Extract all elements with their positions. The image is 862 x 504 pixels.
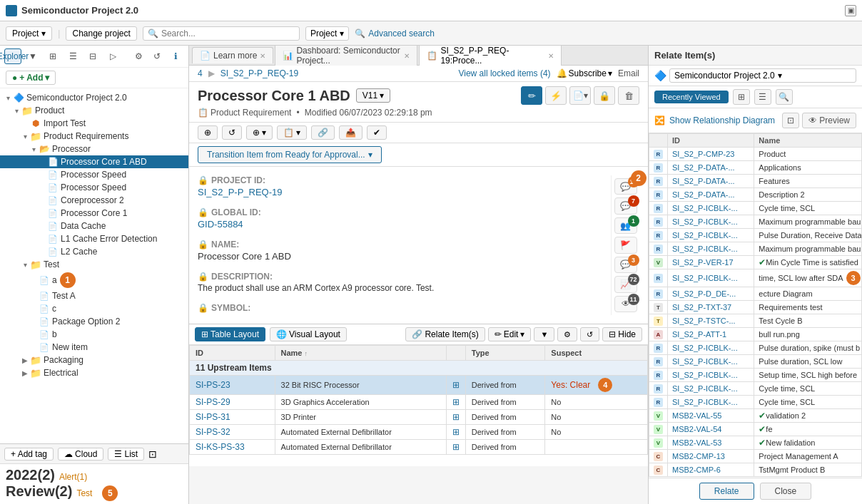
global-id-value[interactable]: GID-55884 bbox=[198, 219, 605, 230]
row3-id[interactable]: SI-PS-31 bbox=[190, 410, 275, 425]
settings-btn[interactable]: ⚙ bbox=[557, 327, 577, 341]
right-row-id[interactable]: SI_S2_P-CMP-23 bbox=[668, 148, 754, 161]
table-row[interactable]: SI-PS-23 32 Bit RISC Processor ⊞ Derived… bbox=[190, 376, 648, 395]
right-list-item[interactable]: A SI_S2_P-ATT-1 bull run.png bbox=[649, 328, 862, 341]
sidebar-arrow-btn[interactable]: ▷ bbox=[104, 48, 121, 64]
right-row-id[interactable]: MSB2-VAL-53 bbox=[668, 436, 754, 450]
sidebar-item-coreproc[interactable]: 📄 Coreprocessor 2 bbox=[0, 194, 188, 207]
change-project-button[interactable]: Change project bbox=[66, 26, 136, 41]
right-list-item[interactable]: R SI_S2_P-ICBLK-... Cycle time, SCL bbox=[649, 396, 862, 409]
right-row-id[interactable]: SI_S2_P-ICBLK-... bbox=[668, 269, 754, 287]
window-restore-btn[interactable]: ▣ bbox=[845, 5, 856, 16]
close-btn[interactable]: Close bbox=[760, 483, 812, 500]
add-row-btn[interactable]: ⊕ ▾ bbox=[246, 125, 273, 140]
right-list-item[interactable]: C MSB2-CMP-6 TstMgmt Product B bbox=[649, 463, 862, 477]
branch-btn[interactable]: ⚡ bbox=[545, 86, 567, 105]
filter-btn2[interactable]: ▼ bbox=[534, 327, 554, 341]
right-row-id[interactable]: MSB2-CMP-13 bbox=[668, 450, 754, 463]
row2-id[interactable]: SI-PS-29 bbox=[190, 395, 275, 410]
right-row-id[interactable]: SI_S2_P-D_DE-... bbox=[668, 287, 754, 301]
subscribe-btn[interactable]: 🔔 Subscribe ▾ bbox=[557, 68, 612, 78]
alert-stat[interactable]: Alert(1) bbox=[59, 472, 87, 482]
breadcrumb-id[interactable]: SI_S2_P-P_REQ-19 bbox=[220, 68, 298, 78]
right-list-item[interactable]: T SI_S2_P-TXT-37 Requirements test bbox=[649, 301, 862, 314]
version-badge[interactable]: V11 ▾ bbox=[356, 88, 390, 103]
add-tag-btn[interactable]: + Add tag bbox=[4, 448, 54, 461]
right-row-id[interactable]: SI_S2_P-ATT-1 bbox=[668, 328, 754, 341]
delete-btn[interactable]: 🗑 bbox=[618, 86, 639, 105]
hide-btn[interactable]: ⊟ Hide bbox=[602, 327, 642, 341]
sidebar-item-proc-core-abd[interactable]: 📄 Processor Core 1 ABD bbox=[0, 155, 188, 168]
right-list-item[interactable]: R SI_S2_P-ICBLK-... Pulse Duration, Rece… bbox=[649, 229, 862, 242]
right-row-id[interactable]: SI_S2_P-ICBLK-... bbox=[668, 382, 754, 396]
filter-btn[interactable]: ▼ bbox=[24, 48, 41, 64]
tab-learn-more[interactable]: 📄 Learn more ✕ bbox=[192, 47, 273, 63]
lock-btn[interactable]: 🔒 bbox=[594, 86, 615, 105]
diagram-label[interactable]: Show Relationship Diagram bbox=[669, 115, 775, 125]
right-row-id[interactable]: SI_S2_P-ICBLK-... bbox=[668, 341, 754, 355]
right-row-id[interactable]: SI_S2_P-DATA-... bbox=[668, 161, 754, 175]
comments2-badge-btn[interactable]: 💬 7 bbox=[614, 197, 637, 214]
sidebar-gear-btn[interactable]: ⚙ bbox=[130, 48, 147, 64]
right-list-item[interactable]: R SI_S2_P-DATA-... Applications bbox=[649, 161, 862, 175]
refresh-btn2[interactable]: ↺ bbox=[580, 327, 599, 341]
right-row-id[interactable]: SI_S2_P-DATA-... bbox=[668, 188, 754, 202]
flag-btn[interactable]: 🚩 bbox=[614, 237, 637, 253]
right-list-item[interactable]: R SI_S2_P-ICBLK-... Cycle time, SCL bbox=[649, 382, 862, 396]
project-id-value[interactable]: SI_S2_P-P_REQ-19 bbox=[198, 187, 605, 197]
right-list-item[interactable]: V MSB2-VAL-53 ✔New falidation bbox=[649, 436, 862, 450]
breadcrumb-count[interactable]: 4 bbox=[198, 68, 203, 78]
email-btn[interactable]: Email bbox=[618, 68, 639, 78]
sidebar-item-new[interactable]: 📄 New item bbox=[0, 341, 188, 354]
right-row-id[interactable]: MSB2-VAL-55 bbox=[668, 409, 754, 423]
right-list-item[interactable]: R SI_S2_P-ICBLK-... time, SCL low after … bbox=[649, 269, 862, 287]
expand-all-btn[interactable]: ⊕ bbox=[198, 125, 218, 140]
tree-root[interactable]: ▾ 🔷 Semiconductor Project 2.0 bbox=[0, 91, 188, 104]
sidebar-item-proc-speed-1[interactable]: 📄 Processor Speed bbox=[0, 168, 188, 181]
row1-id[interactable]: SI-PS-23 bbox=[190, 376, 275, 395]
right-list-item[interactable]: V MSB2-VAL-55 ✔validation 2 bbox=[649, 409, 862, 423]
sidebar-item-proc-core1[interactable]: 📄 Processor Core 1 bbox=[0, 207, 188, 220]
right-row-id[interactable]: MSB2-VAL-54 bbox=[668, 423, 754, 436]
right-col-id[interactable]: ID bbox=[668, 134, 754, 148]
document-btn[interactable]: 📄 ▾ bbox=[569, 86, 591, 105]
col-id[interactable]: ID bbox=[190, 346, 275, 361]
sidebar-view-btn[interactable]: ⊟ bbox=[84, 48, 101, 64]
right-row-id[interactable]: SI_S2_P-ICBLK-... bbox=[668, 242, 754, 256]
right-row-id[interactable]: SI_S2_P-VER-17 bbox=[668, 256, 754, 269]
right-tab-search[interactable]: 🔍 bbox=[776, 89, 793, 105]
preview-btn[interactable]: 👁 Preview bbox=[802, 113, 856, 128]
check-btn[interactable]: ✔ bbox=[367, 125, 387, 140]
col-suspect[interactable]: Suspect bbox=[545, 346, 648, 361]
right-tab-grid[interactable]: ⊞ bbox=[733, 89, 750, 105]
list-btn[interactable]: ☰ List bbox=[108, 448, 144, 461]
right-list-item[interactable]: R SI_S2_P-ICBLK-... Maximum programmable… bbox=[649, 242, 862, 256]
right-list-item[interactable]: C MSB2-CMP-13 Project Management A bbox=[649, 450, 862, 463]
right-row-id[interactable]: MSB2-CMP-6 bbox=[668, 463, 754, 477]
right-list-item[interactable]: T SI_S2_P-TSTC-... Test Cycle B bbox=[649, 314, 862, 328]
sidebar-item-proc-speed-2[interactable]: 📄 Processor Speed bbox=[0, 181, 188, 194]
sidebar-refresh-btn[interactable]: ↺ bbox=[148, 48, 166, 64]
visual-layout-btn[interactable]: 🌐 Visual Layout bbox=[270, 327, 347, 341]
right-list-item[interactable]: R SI_S2_P-ICBLK-... Cycle time, SCL bbox=[649, 202, 862, 215]
sidebar-item-test-a[interactable]: 📄 Test A bbox=[0, 289, 188, 302]
right-tab-table[interactable]: ☰ bbox=[754, 89, 771, 105]
row1-suspect[interactable]: Yes: Clear 4 bbox=[545, 376, 648, 395]
project-select[interactable]: Project ▾ bbox=[305, 26, 349, 41]
right-row-id[interactable]: SI_S2_P-TSTC-... bbox=[668, 314, 754, 328]
edit-btn[interactable]: ✏ bbox=[521, 86, 542, 105]
test-stat[interactable]: Test bbox=[76, 488, 92, 498]
link-btn[interactable]: 🔗 bbox=[311, 125, 335, 140]
sidebar-item-product[interactable]: ▾ 📁 Product bbox=[0, 104, 188, 117]
extra-icon[interactable]: ⊡ bbox=[148, 448, 157, 460]
sidebar-item-l1-cache[interactable]: 📄 L1 Cache Error Detection bbox=[0, 232, 188, 245]
right-row-id[interactable]: SI_S2_P-ICBLK-... bbox=[668, 396, 754, 409]
add-button[interactable]: ● + Add ▾ bbox=[6, 71, 56, 85]
chat-btn[interactable]: 💬 3 bbox=[614, 257, 637, 273]
col-type[interactable]: Type bbox=[465, 346, 545, 361]
view-locked-btn[interactable]: View all locked items (4) bbox=[458, 68, 550, 78]
right-row-id[interactable]: SI_S2_P-ICBLK-... bbox=[668, 229, 754, 242]
sidebar-item-electrical[interactable]: ▶ 📁 Electrical bbox=[0, 366, 188, 379]
sidebar-item-c[interactable]: 📄 c bbox=[0, 302, 188, 315]
list-view-btn[interactable]: ☰ bbox=[64, 48, 81, 64]
